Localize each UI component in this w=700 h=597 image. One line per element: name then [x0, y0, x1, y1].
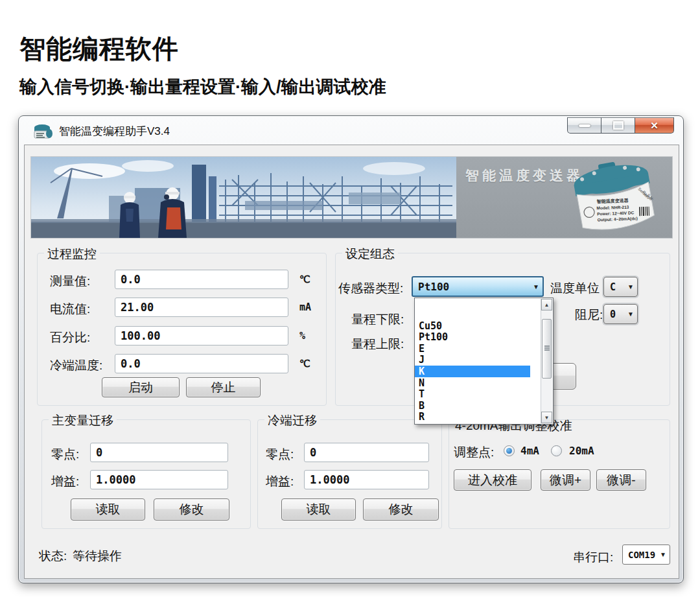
- chevron-down-icon: ▼: [657, 551, 670, 558]
- current-value-unit: mA: [299, 301, 311, 313]
- radio-4ma-label: 4mA: [520, 445, 539, 457]
- transmitter-product-image: 智能温度变送器 Model: NHR-213 Power: 12~40V DC …: [564, 159, 668, 237]
- temp-unit-value: C: [604, 281, 624, 293]
- cold-junction-temp-label: 冷端温度:: [50, 357, 102, 374]
- percentage-label: 百分比:: [50, 329, 90, 346]
- minimize-button[interactable]: [567, 117, 601, 134]
- serial-port-label: 串行口:: [573, 549, 613, 566]
- window-title: 智能温变编程助手V3.4: [59, 124, 170, 139]
- banner: 智能温度变送器 智能温度变送器 Model: NHR-213 Power: 12…: [31, 157, 672, 238]
- damping-combobox[interactable]: 0 ▼: [603, 304, 638, 324]
- cold-gain-input[interactable]: [304, 470, 429, 489]
- current-value-label: 电流值:: [50, 301, 90, 318]
- range-low-label: 量程下限:: [351, 311, 404, 328]
- radio-20ma-label: 20mA: [569, 445, 594, 457]
- chevron-down-icon: ▼: [530, 283, 542, 290]
- page-title: 智能编程软件: [19, 31, 179, 67]
- primary-modify-button[interactable]: 修改: [154, 498, 229, 521]
- primary-gain-label: 增益:: [51, 473, 79, 490]
- range-high-label: 量程上限:: [351, 336, 404, 353]
- dropdown-item[interactable]: J: [415, 354, 530, 366]
- maximize-icon: [613, 121, 624, 130]
- radio-20ma[interactable]: [551, 445, 562, 456]
- sensor-type-label: 传感器类型:: [338, 280, 403, 297]
- status-value: 等待操作: [73, 548, 122, 565]
- dropdown-item[interactable]: Pt100: [415, 331, 530, 343]
- measured-value-input[interactable]: [115, 270, 288, 289]
- enter-calibration-button[interactable]: 进入校准: [454, 469, 531, 491]
- dropdown-item[interactable]: Cu50: [415, 320, 530, 332]
- sensor-type-value: Pt100: [413, 281, 530, 293]
- dropdown-item-selected[interactable]: K: [415, 366, 530, 377]
- banner-right-panel: 智能温度变送器 智能温度变送器 Model: NHR-213 Power: 12…: [456, 157, 672, 238]
- primary-zero-label: 零点:: [51, 446, 79, 463]
- dropdown-scrollbar[interactable]: ▲ ▼: [541, 299, 552, 423]
- serial-port-combobox[interactable]: COM19 ▼: [622, 544, 670, 565]
- dropdown-item[interactable]: B: [415, 400, 530, 412]
- cold-modify-button[interactable]: 修改: [363, 498, 439, 521]
- app-window: 智能温变编程助手V3.4 ✕: [18, 115, 684, 583]
- close-button[interactable]: ✕: [635, 117, 674, 134]
- dropdown-item[interactable]: R: [415, 411, 530, 423]
- primary-read-button[interactable]: 读取: [71, 498, 145, 521]
- measured-value-label: 测量值:: [50, 273, 90, 290]
- group-title: 设定组态: [342, 246, 398, 263]
- cold-read-button[interactable]: 读取: [281, 498, 356, 521]
- group-title: 过程监控: [44, 246, 100, 263]
- dropdown-item[interactable]: [415, 309, 530, 320]
- window-client-area: 智能温度变送器 智能温度变送器 Model: NHR-213 Power: 12…: [24, 145, 679, 579]
- primary-zero-input[interactable]: [90, 443, 228, 462]
- group-title: 主变量迁移: [49, 412, 117, 429]
- page-subtitle: 输入信号切换·输出量程设置·输入/输出调试校准: [19, 75, 386, 99]
- sensor-type-combobox[interactable]: Pt100 ▼: [412, 276, 544, 297]
- serial-port-value: COM19: [623, 550, 657, 560]
- cold-junction-temp-input[interactable]: [115, 354, 288, 373]
- cold-junction-temp-unit: ℃: [299, 358, 310, 369]
- app-icon: [33, 123, 54, 140]
- radio-4ma[interactable]: [504, 445, 515, 456]
- group-title: 冷端迁移: [264, 412, 320, 429]
- industrial-plant-photo: [31, 157, 456, 238]
- temp-unit-label: 温度单位: [550, 280, 600, 297]
- adjust-point-label: 调整点:: [454, 444, 494, 461]
- chevron-down-icon: ▼: [624, 310, 637, 318]
- dropdown-item[interactable]: N: [415, 377, 530, 389]
- percentage-input[interactable]: [115, 326, 288, 345]
- dropdown-item[interactable]: E: [415, 343, 530, 355]
- scroll-up-icon[interactable]: ▲: [541, 299, 552, 310]
- status-label: 状态:: [39, 548, 67, 565]
- close-icon: ✕: [650, 120, 659, 132]
- percentage-unit: %: [299, 330, 305, 342]
- chevron-down-icon: ▼: [624, 283, 637, 290]
- scroll-down-icon[interactable]: ▼: [541, 412, 552, 423]
- stop-button[interactable]: 停止: [186, 377, 261, 397]
- dropdown-item[interactable]: T: [415, 388, 530, 400]
- sensor-type-dropdown-list[interactable]: Cu50 Pt100 E J K N T B R ▲ ▼: [414, 298, 554, 425]
- measured-value-unit: ℃: [299, 274, 310, 285]
- damping-label: 阻尼:: [575, 307, 603, 323]
- scrollbar-thumb[interactable]: [542, 319, 552, 379]
- minimize-icon: [579, 124, 590, 127]
- title-bar[interactable]: 智能温变编程助手V3.4 ✕: [19, 116, 683, 145]
- scrollbar-grip: [544, 345, 550, 347]
- fine-tune-minus-button[interactable]: 微调-: [596, 469, 646, 491]
- maximize-button[interactable]: [601, 117, 635, 134]
- current-value-input[interactable]: [115, 298, 288, 317]
- cold-gain-label: 增益:: [266, 473, 294, 490]
- fine-tune-plus-button[interactable]: 微调+: [541, 469, 590, 491]
- start-button[interactable]: 启动: [102, 377, 180, 397]
- damping-value: 0: [604, 309, 624, 320]
- primary-gain-input[interactable]: [90, 470, 228, 489]
- cold-zero-label: 零点:: [266, 446, 294, 463]
- temp-unit-combobox[interactable]: C ▼: [603, 277, 638, 297]
- cold-zero-input[interactable]: [304, 443, 429, 462]
